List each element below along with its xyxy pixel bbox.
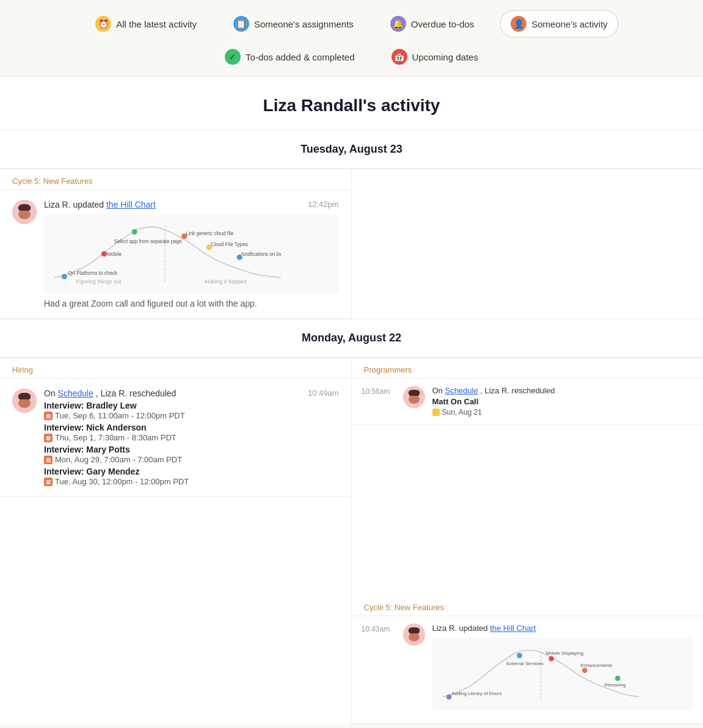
hill-chart-1: Figuring things out Making it happen QA … xyxy=(44,214,339,294)
tab-upcoming-dates[interactable]: 📅 Upcoming dates xyxy=(381,43,489,71)
svg-point-40 xyxy=(614,675,620,681)
tab-all-activity[interactable]: ⏰ All the latest activity xyxy=(84,10,208,38)
svg-text:Link generic cloud file: Link generic cloud file xyxy=(186,231,234,236)
svg-text:Mobile: Mobile xyxy=(107,252,122,257)
tab-someones-activity[interactable]: 👤 Someone's activity xyxy=(500,10,619,38)
schedule-link-hiring[interactable]: Schedule xyxy=(58,388,93,398)
date-gary: ▦ Tue, Aug 30, 12:00pm - 12:00pm PDT xyxy=(44,477,339,486)
programmers-section-label: Programmers xyxy=(352,358,704,379)
monday-header: Monday, August 22 xyxy=(0,319,703,357)
schedule-item-mary: Interview: Mary Potts ▦ Mon, Aug 29, 7:0… xyxy=(44,445,339,464)
tab-overdue-todos[interactable]: 🔔 Overdue to-dos xyxy=(379,10,485,38)
svg-text:External Services: External Services xyxy=(506,661,543,666)
hill-chart-link-2[interactable]: the Hill Chart xyxy=(490,624,536,633)
overdue-icon: 🔔 xyxy=(390,16,406,32)
svg-point-30 xyxy=(409,633,420,641)
calendar-icon-matt xyxy=(432,409,440,416)
calendar-icon-gary: ▦ xyxy=(44,478,53,486)
avatar-liza xyxy=(12,200,37,224)
schedule-item-bradley: Interview: Bradley Lew ▦ Tue, Sep 6, 11:… xyxy=(44,401,339,420)
check-icon: ✓ xyxy=(225,49,241,65)
svg-text:Enhancements: Enhancements xyxy=(580,663,612,668)
svg-point-3 xyxy=(18,209,31,219)
hill-chart-2-time: 10:43am xyxy=(362,624,396,716)
programmers-text: On Schedule , Liza R. rescheduled xyxy=(432,386,694,395)
svg-point-22 xyxy=(18,398,31,408)
tab-someones-assignments[interactable]: 📋 Someone's assignments xyxy=(222,10,365,38)
activity-prefix-1: Liza R. updated xyxy=(44,200,106,209)
svg-point-7 xyxy=(62,274,67,279)
hill-chart-link-1[interactable]: the Hill Chart xyxy=(106,200,156,209)
tab-todos-added[interactable]: ✓ To-dos added & completed xyxy=(214,43,365,71)
tab-someones-activity-label: Someone's activity xyxy=(531,19,608,29)
tab-todos-added-label: To-dos added & completed xyxy=(246,52,354,62)
tab-someones-assignments-label: Someone's assignments xyxy=(254,19,354,29)
svg-text:Figuring things out: Figuring things out xyxy=(76,278,122,285)
hill-chart-2: Adding Library of Doors External Service… xyxy=(432,638,694,711)
calendar-icon-bradley: ▦ xyxy=(44,412,53,420)
svg-point-11 xyxy=(132,229,137,235)
activity-text-1: Liza R. updated the Hill Chart xyxy=(44,200,156,209)
svg-point-26 xyxy=(409,395,420,404)
svg-text:Mobile Displaying: Mobile Displaying xyxy=(546,650,583,656)
monday-content: Hiring On Sch xyxy=(0,357,703,724)
svg-text:QA Platforms to check: QA Platforms to check xyxy=(68,271,118,276)
person-name-gary: Interview: Gary Mendez xyxy=(44,467,339,476)
schedule-item-nick: Interview: Nick Anderson ▦ Thu, Sep 1, 7… xyxy=(44,423,339,442)
page-title-section: Liza Randall's activity xyxy=(0,76,703,131)
activity-item-programmers: 10:56am On Schedule , Liz xyxy=(352,379,704,424)
main-content: Liza Randall's activity Tuesday, August … xyxy=(0,76,703,724)
tuesday-content: Cycle 5: New Features xyxy=(0,169,703,319)
svg-point-32 xyxy=(446,694,451,700)
activity-item-hiring: On Schedule , Liza R. rescheduled 10:49a… xyxy=(0,379,351,497)
matt-date: Sun, Aug 21 xyxy=(432,408,694,417)
svg-point-36 xyxy=(548,656,554,661)
tab-upcoming-dates-label: Upcoming dates xyxy=(412,52,478,62)
right-spacer xyxy=(352,424,704,595)
calendar-icon: 📅 xyxy=(392,49,407,65)
avatar-liza-2 xyxy=(12,388,37,413)
hiring-prefix: On xyxy=(44,388,58,398)
activity-header-hiring: On Schedule , Liza R. rescheduled 10:49a… xyxy=(44,388,339,398)
svg-text:Adding Library of Doors: Adding Library of Doors xyxy=(451,691,501,696)
monday-left-section: Hiring xyxy=(0,358,351,379)
avatar-liza-right xyxy=(403,386,425,408)
programmers-time: 10:56am xyxy=(362,386,396,417)
activity-text-hiring: On Schedule , Liza R. rescheduled xyxy=(44,388,176,398)
monday-right: Programmers 10:56am On xyxy=(352,358,704,724)
date-bradley: ▦ Tue, Sep 6, 11:00am - 12:00pm PDT xyxy=(44,411,339,420)
person-name-mary: Interview: Mary Potts xyxy=(44,445,339,454)
cycle5-right-section-label: Cycle 5: New Features xyxy=(352,595,704,616)
activity-body-hiring: On Schedule , Liza R. rescheduled 10:49a… xyxy=(44,388,339,486)
date-nick: ▦ Thu, Sep 1, 7:30am - 8:30am PDT xyxy=(44,433,339,442)
assignments-icon: 📋 xyxy=(233,16,249,32)
activity-time-1: 12:42pm xyxy=(308,200,339,209)
calendar-icon-mary: ▦ xyxy=(44,456,53,464)
activity-body-hill-1: Liza R. updated the Hill Chart 12:42pm xyxy=(44,200,339,308)
person-name-nick: Interview: Nick Anderson xyxy=(44,423,339,432)
schedule-link-programmers[interactable]: Schedule xyxy=(445,386,478,395)
date-mary: ▦ Mon, Aug 29, 7:00am - 7:00am PDT xyxy=(44,455,339,464)
svg-point-9 xyxy=(101,251,107,257)
top-navigation: ⏰ All the latest activity 📋 Someone's as… xyxy=(0,0,703,76)
svg-point-34 xyxy=(517,653,522,658)
calendar-icon-nick: ▦ xyxy=(44,434,53,442)
svg-text:Select app from separate page: Select app from separate page xyxy=(114,239,183,244)
activity-icon: ⏰ xyxy=(95,16,111,32)
tuesday-left-section: Cycle 5: New Features xyxy=(0,169,351,190)
svg-text:Removing: Removing xyxy=(604,682,625,688)
hiring-suffix: , Liza R. rescheduled xyxy=(96,388,177,398)
activity-item-hill-chart-2: 10:43am Liza R. updated the Hill Char xyxy=(352,616,704,724)
tuesday-left: Cycle 5: New Features xyxy=(0,169,352,319)
person-icon: 👤 xyxy=(511,16,526,32)
tuesday-right xyxy=(352,169,704,319)
svg-point-38 xyxy=(582,668,588,673)
tuesday-header: Tuesday, August 23 xyxy=(0,131,703,169)
tab-overdue-todos-label: Overdue to-dos xyxy=(411,19,474,29)
schedule-item-gary: Interview: Gary Mendez ▦ Tue, Aug 30, 12… xyxy=(44,467,339,486)
hill-chart-2-text: Liza R. updated the Hill Chart xyxy=(432,624,694,633)
svg-text:Cloud File Types: Cloud File Types xyxy=(211,242,247,247)
activity-item-hill-chart-1: Liza R. updated the Hill Chart 12:42pm xyxy=(0,190,351,319)
person-name-bradley: Interview: Bradley Lew xyxy=(44,401,339,410)
hill-chart-comment-1: Had a great Zoom call and figured out a … xyxy=(44,299,339,308)
